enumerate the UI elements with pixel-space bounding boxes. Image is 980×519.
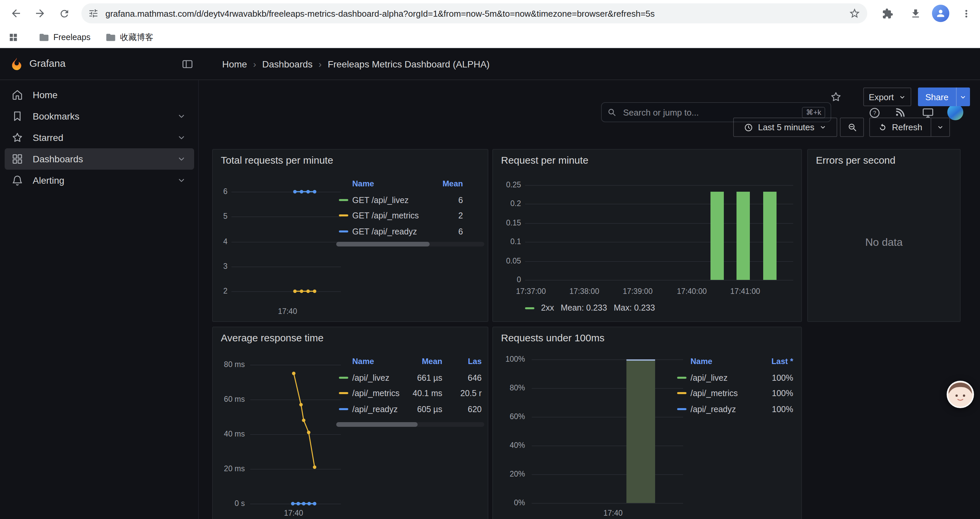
legend-row[interactable]: /api/_readyz605 µs620: [336, 401, 484, 417]
sidebar-item-home[interactable]: Home: [5, 84, 194, 105]
refresh-button[interactable]: Refresh: [870, 118, 930, 136]
refresh-interval-caret[interactable]: [930, 118, 949, 136]
series-color-glyph: [677, 377, 686, 379]
x-axis-label: 17:37:00: [516, 287, 546, 295]
legend-column-header[interactable]: Name: [690, 357, 712, 366]
bookmark-star-icon[interactable]: [849, 7, 861, 19]
breadcrumb-home[interactable]: Home: [222, 59, 247, 69]
reload-button[interactable]: [53, 3, 75, 24]
panel-title[interactable]: Request per minute: [501, 154, 589, 166]
extensions-button[interactable]: [877, 3, 898, 24]
legend-column-header[interactable]: Mean: [422, 357, 442, 366]
news-rss-icon[interactable]: [895, 107, 907, 119]
sidebar-item-bookmarks[interactable]: Bookmarks: [5, 105, 194, 127]
share-menu-caret[interactable]: [956, 88, 970, 106]
series-value: 620: [468, 405, 482, 414]
legend-column-header[interactable]: Name: [352, 357, 374, 366]
legend-column-header[interactable]: Name: [352, 179, 374, 188]
legend-scrollbar[interactable]: [336, 242, 484, 246]
legend-series[interactable]: 2xx: [541, 303, 554, 313]
assistant-avatar[interactable]: [947, 381, 974, 408]
apps-button[interactable]: [8, 27, 19, 48]
legend-row[interactable]: /api/_livez100%: [675, 370, 796, 386]
series-color-glyph: [339, 199, 348, 201]
sidebar-item-starred[interactable]: Starred: [5, 127, 194, 148]
zoom-out-time-button[interactable]: [840, 118, 864, 137]
bookmark-item-blog[interactable]: 收藏博客: [105, 27, 153, 48]
chevron-down-icon[interactable]: [177, 112, 186, 121]
legend-row[interactable]: GET /api/_readyz6: [336, 224, 484, 240]
download-icon: [910, 8, 921, 19]
series-name: GET /api/_metrics: [352, 211, 419, 221]
series-value: 100%: [772, 405, 793, 414]
series-color-glyph: [339, 377, 348, 379]
forward-button[interactable]: [29, 3, 51, 24]
legend-column-header[interactable]: Mean: [442, 179, 463, 188]
sidebar-item-label: Starred: [33, 132, 64, 143]
chevron-down-icon[interactable]: [177, 133, 186, 142]
url-text[interactable]: grafana.mathmast.com/d/deytv4rwavabkb/fr…: [105, 8, 849, 18]
star-icon: [11, 132, 25, 144]
series-color-glyph: [677, 393, 686, 394]
panel-request-per-minute: Request per minute 0.250.20.150.10.05017…: [492, 149, 802, 322]
bookmark-icon: [11, 110, 25, 122]
site-info-icon[interactable]: [88, 8, 99, 19]
browser-profile-avatar[interactable]: [932, 5, 949, 22]
chevron-down-icon[interactable]: [177, 176, 186, 185]
time-range-picker[interactable]: Last 5 minutes: [733, 118, 837, 137]
x-axis-label: 17:41:00: [730, 287, 760, 295]
scrollbar-thumb[interactable]: [336, 242, 430, 246]
side-menu: Home Bookmarks Starred Dashboards Alerti…: [0, 80, 199, 519]
legend-row[interactable]: GET /api/_metrics2: [336, 208, 484, 224]
grid-line: [532, 503, 683, 504]
grafana-logo[interactable]: [10, 57, 24, 72]
browser-toolbar: grafana.mathmast.com/d/deytv4rwavabkb/fr…: [0, 0, 980, 27]
user-avatar[interactable]: [947, 104, 963, 120]
x-axis-label: 17:39:00: [623, 287, 653, 295]
panel-total-requests-per-minute: Total requests per minute 6543217:40Name…: [212, 149, 488, 322]
chevron-down-icon: [819, 124, 827, 131]
url-bar[interactable]: grafana.mathmast.com/d/deytv4rwavabkb/fr…: [81, 3, 867, 23]
share-button[interactable]: Share: [918, 88, 956, 106]
y-axis-label: 40%: [493, 441, 525, 450]
favorite-dashboard-star-icon[interactable]: [830, 91, 842, 103]
panel-requests-under-100ms: Requests under 100ms 100%80%60%40%20%0%1…: [492, 327, 802, 519]
legend-row[interactable]: /api/_livez661 µs646: [336, 370, 484, 386]
bell-icon: [11, 174, 25, 186]
kiosk-mode-icon[interactable]: [922, 107, 934, 119]
dashboards-grid-icon: [11, 153, 25, 165]
series-color-glyph: [339, 215, 348, 217]
downloads-button[interactable]: [905, 3, 926, 24]
help-icon[interactable]: ?: [869, 107, 881, 119]
legend-row[interactable]: /api/_readyz100%: [675, 401, 796, 417]
sidebar-item-dashboards[interactable]: Dashboards: [5, 148, 194, 170]
series-color-glyph: [677, 408, 686, 410]
legend-row[interactable]: /api/_metrics40.1 ms20.5 r: [336, 386, 484, 401]
x-axis-label: 17:38:00: [570, 287, 600, 295]
panel-title[interactable]: Errors per second: [816, 154, 895, 166]
legend-column-header[interactable]: Last *: [772, 357, 793, 366]
dock-menu-toggle[interactable]: [181, 58, 194, 70]
legend-mean: Mean: 0.233: [561, 303, 607, 313]
chevron-down-icon[interactable]: [177, 154, 186, 164]
legend-row[interactable]: GET /api/_livez6: [336, 192, 484, 208]
bookmark-item-freeleaps[interactable]: Freeleaps: [39, 27, 91, 48]
scrollbar-thumb[interactable]: [336, 422, 418, 427]
panel-errors-per-second: Errors per second No data: [807, 149, 961, 322]
panel-title[interactable]: Requests under 100ms: [501, 332, 605, 343]
search-input[interactable]: [622, 107, 802, 118]
legend-scrollbar[interactable]: [336, 422, 484, 427]
refresh-split-button: Refresh: [869, 118, 950, 137]
browser-menu-button[interactable]: [955, 3, 977, 24]
legend-row[interactable]: /api/_metrics100%: [675, 386, 796, 401]
refresh-icon: [878, 123, 887, 132]
search-shortcut-chip: ⌘+k: [802, 107, 825, 118]
back-button[interactable]: [5, 3, 27, 24]
legend-column-header[interactable]: Las: [468, 357, 482, 366]
series-name: /api/_livez: [352, 374, 389, 383]
bookmark-label: Freeleaps: [53, 33, 91, 42]
series-value: 6: [458, 227, 463, 236]
export-button[interactable]: Export: [863, 88, 911, 106]
breadcrumb-dashboards[interactable]: Dashboards: [247, 59, 313, 69]
sidebar-item-alerting[interactable]: Alerting: [5, 170, 194, 191]
